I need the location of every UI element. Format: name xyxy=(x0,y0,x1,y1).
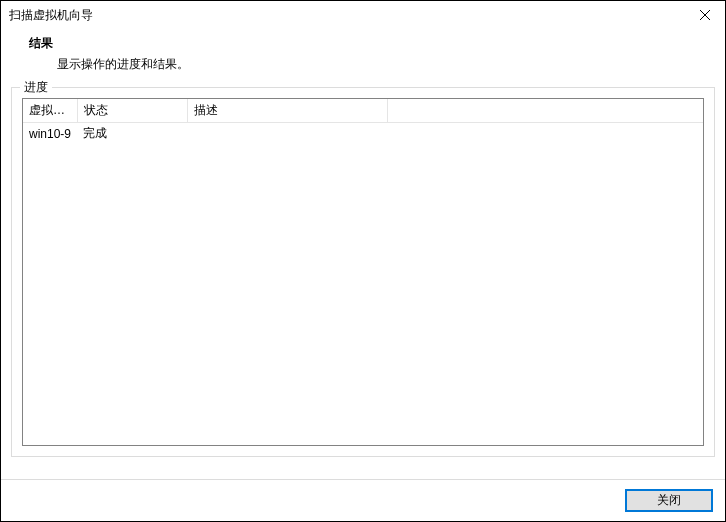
table-container: 虚拟… 状态 描述 win10-9 完成 xyxy=(22,98,704,446)
page-subtitle: 显示操作的进度和结果。 xyxy=(57,56,705,73)
groupbox-label: 进度 xyxy=(20,79,52,96)
content-area: 进度 虚拟… 状态 描述 win10-9 完成 xyxy=(1,87,725,457)
window-close-button[interactable] xyxy=(685,1,725,29)
header-section: 结果 显示操作的进度和结果。 xyxy=(1,29,725,87)
column-header-status[interactable]: 状态 xyxy=(77,99,187,123)
window-title: 扫描虚拟机向导 xyxy=(9,7,93,24)
close-button[interactable]: 关闭 xyxy=(625,489,713,512)
progress-groupbox: 进度 虚拟… 状态 描述 win10-9 完成 xyxy=(11,87,715,457)
table-header-row: 虚拟… 状态 描述 xyxy=(23,99,703,123)
column-header-vm[interactable]: 虚拟… xyxy=(23,99,77,123)
cell-status: 完成 xyxy=(77,123,187,145)
close-icon xyxy=(700,10,710,20)
column-header-description[interactable]: 描述 xyxy=(187,99,387,123)
progress-table: 虚拟… 状态 描述 win10-9 完成 xyxy=(23,99,703,144)
cell-spacer xyxy=(387,123,703,145)
cell-description xyxy=(187,123,387,145)
column-header-spacer xyxy=(387,99,703,123)
cell-vm: win10-9 xyxy=(23,123,77,145)
footer: 关闭 xyxy=(1,479,725,521)
titlebar: 扫描虚拟机向导 xyxy=(1,1,725,29)
table-row[interactable]: win10-9 完成 xyxy=(23,123,703,145)
page-title: 结果 xyxy=(29,35,705,52)
